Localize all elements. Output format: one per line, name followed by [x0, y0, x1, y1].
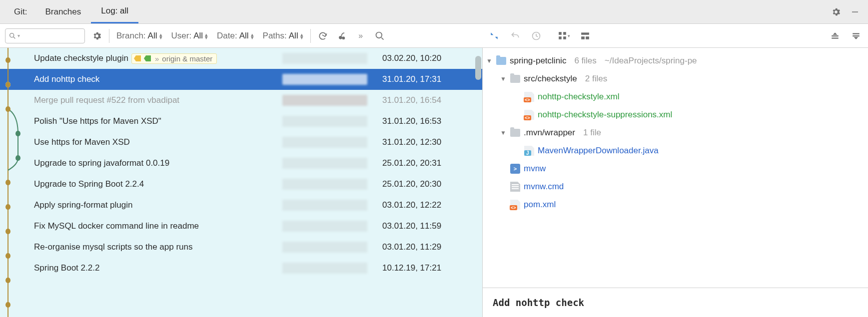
commit-row[interactable]: Re-organise mysql scripts so the app run…	[0, 237, 482, 258]
tree-folder[interactable]: ▼src/checkstyle2 files	[486, 70, 865, 88]
commit-author	[282, 221, 382, 232]
file-name: mvnw	[524, 164, 546, 174]
filter-branch[interactable]: Branch: All ▴▾	[114, 31, 164, 41]
commit-date: 31.01.20, 16:53	[382, 116, 482, 126]
file-name: nohttp-checkstyle.xml	[538, 92, 619, 102]
folder-name: src/checkstyle	[524, 74, 577, 84]
commit-date: 10.12.19, 17:21	[382, 263, 482, 273]
svg-rect-19	[832, 37, 839, 38]
svg-marker-8	[495, 36, 498, 39]
undo-icon[interactable]	[508, 29, 522, 43]
file-tree[interactable]: ▼ spring-petclinic 6 files ~/IdeaProject…	[483, 48, 868, 288]
svg-line-2	[13, 37, 15, 38]
minimize-icon[interactable]	[848, 5, 862, 19]
search-input[interactable]: ▾	[5, 28, 85, 43]
svg-point-4	[342, 36, 345, 39]
file-icon	[524, 145, 535, 156]
commit-row[interactable]: Update checkstyle plugin»origin & master…	[0, 48, 482, 69]
commit-author	[282, 158, 382, 169]
tree-root[interactable]: ▼ spring-petclinic 6 files ~/IdeaProject…	[486, 52, 865, 70]
refresh-icon[interactable]	[316, 29, 330, 43]
branch-tag[interactable]: »origin & master	[131, 53, 217, 64]
commit-row[interactable]: Add nohttp check31.01.20, 17:31	[0, 69, 482, 90]
commit-row[interactable]: Polish "Use https for Maven XSD"31.01.20…	[0, 111, 482, 132]
commit-author	[282, 200, 382, 211]
file-name: pom.xml	[524, 200, 556, 210]
git-tabbar: Git: Branches Log: all	[0, 0, 868, 24]
folder-icon	[510, 127, 521, 138]
chevron-down-icon[interactable]: ▼	[486, 57, 493, 64]
commit-row[interactable]: Merge pull request #522 from vbadipat31.…	[0, 90, 482, 111]
svg-rect-21	[853, 35, 860, 36]
svg-marker-17	[833, 32, 838, 35]
commit-detail-title: Add nohttp check	[483, 288, 868, 317]
chevron-down-icon[interactable]: ▼	[500, 129, 507, 136]
commit-author	[282, 116, 382, 127]
find-icon[interactable]	[373, 29, 387, 43]
commit-date: 03.01.20, 12:22	[382, 200, 482, 210]
gear-icon[interactable]	[829, 5, 843, 19]
tab-log-all[interactable]: Log: all	[91, 0, 138, 23]
cherry-pick-icon[interactable]	[335, 29, 349, 43]
more-icon[interactable]: »	[354, 29, 368, 43]
filter-paths[interactable]: Paths: All ▴▾	[261, 31, 305, 41]
collapse-diff-icon[interactable]	[487, 29, 501, 43]
file-name: nohttp-checkstyle-suppressions.xml	[538, 110, 672, 120]
commit-date: 25.01.20, 20:31	[382, 158, 482, 168]
commit-message: Fix MySQL docker command line in readme	[34, 221, 282, 231]
filter-date[interactable]: Date: All ▴▾	[215, 31, 256, 41]
git-title: Git:	[6, 7, 35, 17]
commit-date: 03.01.20, 11:29	[382, 242, 482, 252]
commit-row[interactable]: Fix MySQL docker command line in readme0…	[0, 216, 482, 237]
svg-rect-11	[563, 32, 566, 35]
group-icon[interactable]: ▾	[557, 29, 571, 43]
folder-count: 1 file	[583, 128, 601, 138]
tree-file[interactable]: >mvnw	[486, 160, 865, 178]
svg-rect-13	[563, 36, 566, 39]
file-icon	[510, 181, 521, 192]
tree-file[interactable]: mvnw.cmd	[486, 178, 865, 196]
commit-author	[282, 179, 382, 190]
svg-rect-20	[853, 33, 860, 34]
svg-point-1	[10, 33, 14, 37]
file-icon	[510, 199, 521, 210]
commit-author	[282, 137, 382, 148]
scrollbar-thumb[interactable]	[475, 56, 481, 80]
tab-branches[interactable]: Branches	[35, 0, 91, 23]
module-folder-icon	[496, 55, 507, 66]
tree-file[interactable]: nohttp-checkstyle.xml	[486, 88, 865, 106]
svg-rect-15	[581, 36, 585, 39]
commit-message: Spring Boot 2.2.2	[34, 263, 282, 273]
collapse-all-icon[interactable]	[849, 29, 863, 43]
svg-marker-36	[134, 55, 141, 61]
commit-message: Update checkstyle plugin»origin & master	[34, 53, 282, 64]
commit-row[interactable]: Spring Boot 2.2.210.12.19, 17:21	[0, 258, 482, 279]
commit-message: Use https for Maven XSD	[34, 137, 282, 147]
commit-row[interactable]: Use https for Maven XSD31.01.20, 12:30	[0, 132, 482, 153]
commit-log[interactable]: Update checkstyle plugin»origin & master…	[0, 48, 482, 317]
expand-all-icon[interactable]	[828, 29, 842, 43]
svg-rect-16	[586, 36, 589, 39]
folder-count: 2 files	[585, 74, 607, 84]
svg-point-3	[339, 36, 342, 39]
tree-file[interactable]: pom.xml	[486, 196, 865, 214]
layout-icon[interactable]	[578, 29, 592, 43]
tree-file[interactable]: MavenWrapperDownloader.java	[486, 142, 865, 160]
commit-author	[282, 53, 382, 64]
tree-folder[interactable]: ▼.mvn/wrapper1 file	[486, 124, 865, 142]
commit-row[interactable]: Upgrade to Spring Boot 2.2.425.01.20, 20…	[0, 174, 482, 195]
tree-file[interactable]: nohttp-checkstyle-suppressions.xml	[486, 106, 865, 124]
folder-name: .mvn/wrapper	[524, 128, 575, 138]
commit-message: Upgrade to spring javaformat 0.0.19	[34, 158, 282, 168]
history-icon[interactable]	[529, 29, 543, 43]
commit-date: 03.01.20, 11:59	[382, 221, 482, 231]
filter-user[interactable]: User: All ▴▾	[169, 31, 210, 41]
commit-date: 31.01.20, 12:30	[382, 137, 482, 147]
svg-rect-0	[852, 11, 858, 12]
filter-gear-icon[interactable]	[90, 29, 104, 43]
chevron-down-icon[interactable]: ▼	[500, 75, 507, 82]
commit-row[interactable]: Upgrade to spring javaformat 0.0.1925.01…	[0, 153, 482, 174]
file-icon	[524, 91, 535, 102]
svg-marker-7	[491, 32, 493, 35]
commit-row[interactable]: Apply spring-format plugin03.01.20, 12:2…	[0, 195, 482, 216]
